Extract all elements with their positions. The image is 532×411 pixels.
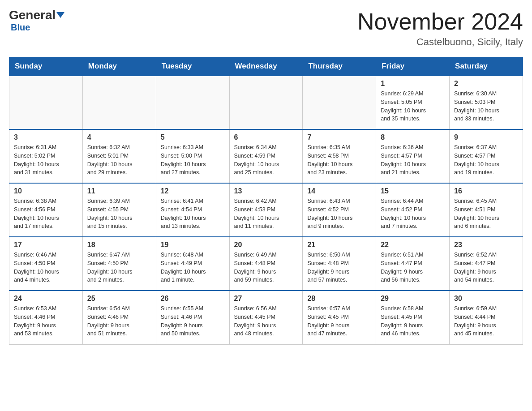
day-number: 24 [14,295,78,303]
calendar-cell: 24Sunrise: 6:53 AMSunset: 4:46 PMDayligh… [9,291,83,344]
day-number: 30 [454,295,518,303]
logo-general: General [9,9,64,21]
day-number: 12 [161,187,225,195]
calendar-cell: 18Sunrise: 6:47 AMSunset: 4:50 PMDayligh… [82,237,156,291]
calendar-cell: 8Sunrise: 6:36 AMSunset: 4:57 PMDaylight… [376,129,450,183]
day-number: 6 [234,133,298,141]
calendar-cell: 7Sunrise: 6:35 AMSunset: 4:58 PMDaylight… [303,129,376,183]
calendar-cell [303,76,376,129]
day-info: Sunrise: 6:32 AMSunset: 5:01 PMDaylight:… [87,143,151,177]
day-number: 27 [234,295,298,303]
calendar-cell: 25Sunrise: 6:54 AMSunset: 4:46 PMDayligh… [82,291,156,344]
calendar-cell: 5Sunrise: 6:33 AMSunset: 5:00 PMDaylight… [156,129,229,183]
calendar-cell: 9Sunrise: 6:37 AMSunset: 4:57 PMDaylight… [450,129,523,183]
day-number: 23 [454,241,518,249]
calendar-header-saturday: Saturday [450,57,523,76]
day-info: Sunrise: 6:30 AMSunset: 5:03 PMDaylight:… [454,90,518,123]
day-number: 29 [381,295,445,303]
calendar-header-friday: Friday [376,57,450,76]
day-info: Sunrise: 6:52 AMSunset: 4:47 PMDaylight:… [454,251,518,284]
logo: General Blue [9,9,64,33]
day-info: Sunrise: 6:58 AMSunset: 4:45 PMDaylight:… [381,304,445,338]
calendar-cell: 22Sunrise: 6:51 AMSunset: 4:47 PMDayligh… [376,237,450,291]
calendar-header-row: SundayMondayTuesdayWednesdayThursdayFrid… [9,57,523,76]
calendar-week-row: 3Sunrise: 6:31 AMSunset: 5:02 PMDaylight… [9,129,523,183]
day-number: 4 [87,133,151,141]
calendar-cell: 11Sunrise: 6:39 AMSunset: 4:55 PMDayligh… [82,183,156,237]
day-number: 21 [307,241,371,249]
calendar-cell: 13Sunrise: 6:42 AMSunset: 4:53 PMDayligh… [229,183,303,237]
day-info: Sunrise: 6:45 AMSunset: 4:51 PMDaylight:… [454,197,518,231]
calendar-cell: 21Sunrise: 6:50 AMSunset: 4:48 PMDayligh… [303,237,376,291]
calendar-week-row: 1Sunrise: 6:29 AMSunset: 5:05 PMDaylight… [9,76,523,129]
day-number: 16 [454,187,518,195]
day-info: Sunrise: 6:57 AMSunset: 4:45 PMDaylight:… [307,304,371,338]
day-number: 13 [234,187,298,195]
day-info: Sunrise: 6:44 AMSunset: 4:52 PMDaylight:… [381,197,445,231]
calendar-header-sunday: Sunday [9,57,83,76]
day-number: 10 [14,187,78,195]
day-number: 3 [14,133,78,141]
day-info: Sunrise: 6:46 AMSunset: 4:50 PMDaylight:… [14,251,78,284]
day-info: Sunrise: 6:43 AMSunset: 4:52 PMDaylight:… [307,197,371,231]
day-info: Sunrise: 6:38 AMSunset: 4:56 PMDaylight:… [14,197,78,231]
calendar-cell: 3Sunrise: 6:31 AMSunset: 5:02 PMDaylight… [9,129,83,183]
calendar-cell: 15Sunrise: 6:44 AMSunset: 4:52 PMDayligh… [376,183,450,237]
day-info: Sunrise: 6:42 AMSunset: 4:53 PMDaylight:… [234,197,298,231]
calendar-cell: 16Sunrise: 6:45 AMSunset: 4:51 PMDayligh… [450,183,523,237]
day-number: 22 [381,241,445,249]
day-info: Sunrise: 6:54 AMSunset: 4:46 PMDaylight:… [87,304,151,338]
day-number: 20 [234,241,298,249]
day-number: 11 [87,187,151,195]
day-info: Sunrise: 6:47 AMSunset: 4:50 PMDaylight:… [87,251,151,284]
day-number: 9 [454,133,518,141]
calendar-cell: 14Sunrise: 6:43 AMSunset: 4:52 PMDayligh… [303,183,376,237]
day-number: 8 [381,133,445,141]
calendar-cell: 28Sunrise: 6:57 AMSunset: 4:45 PMDayligh… [303,291,376,344]
logo-blue-text: Blue [9,22,30,33]
title-block: November 2024 Castelbuono, Sicily, Italy [357,9,523,48]
calendar-header-wednesday: Wednesday [229,57,303,76]
day-info: Sunrise: 6:37 AMSunset: 4:57 PMDaylight:… [454,143,518,177]
calendar-cell: 26Sunrise: 6:55 AMSunset: 4:46 PMDayligh… [156,291,229,344]
calendar-cell [82,76,156,129]
calendar-week-row: 24Sunrise: 6:53 AMSunset: 4:46 PMDayligh… [9,291,523,344]
calendar-cell: 17Sunrise: 6:46 AMSunset: 4:50 PMDayligh… [9,237,83,291]
calendar-cell: 23Sunrise: 6:52 AMSunset: 4:47 PMDayligh… [450,237,523,291]
day-info: Sunrise: 6:34 AMSunset: 4:59 PMDaylight:… [234,143,298,177]
day-number: 25 [87,295,151,303]
day-info: Sunrise: 6:49 AMSunset: 4:48 PMDaylight:… [234,251,298,284]
day-info: Sunrise: 6:59 AMSunset: 4:44 PMDaylight:… [454,304,518,338]
day-number: 7 [307,133,371,141]
calendar-cell: 27Sunrise: 6:56 AMSunset: 4:45 PMDayligh… [229,291,303,344]
day-info: Sunrise: 6:53 AMSunset: 4:46 PMDaylight:… [14,304,78,338]
calendar-cell: 1Sunrise: 6:29 AMSunset: 5:05 PMDaylight… [376,76,450,129]
calendar-week-row: 17Sunrise: 6:46 AMSunset: 4:50 PMDayligh… [9,237,523,291]
calendar-cell: 4Sunrise: 6:32 AMSunset: 5:01 PMDaylight… [82,129,156,183]
calendar-cell: 12Sunrise: 6:41 AMSunset: 4:54 PMDayligh… [156,183,229,237]
day-number: 28 [307,295,371,303]
day-number: 17 [14,241,78,249]
day-info: Sunrise: 6:29 AMSunset: 5:05 PMDaylight:… [381,90,445,123]
day-info: Sunrise: 6:56 AMSunset: 4:45 PMDaylight:… [234,304,298,338]
day-info: Sunrise: 6:31 AMSunset: 5:02 PMDaylight:… [14,143,78,177]
day-info: Sunrise: 6:33 AMSunset: 5:00 PMDaylight:… [161,143,225,177]
day-info: Sunrise: 6:41 AMSunset: 4:54 PMDaylight:… [161,197,225,231]
day-info: Sunrise: 6:50 AMSunset: 4:48 PMDaylight:… [307,251,371,284]
page-header: General Blue November 2024 Castelbuono, … [9,9,523,48]
calendar-cell: 19Sunrise: 6:48 AMSunset: 4:49 PMDayligh… [156,237,229,291]
month-title: November 2024 [357,9,523,34]
day-info: Sunrise: 6:39 AMSunset: 4:55 PMDaylight:… [87,197,151,231]
calendar-cell [229,76,303,129]
day-number: 2 [454,80,518,88]
calendar-header-tuesday: Tuesday [156,57,229,76]
calendar-header-thursday: Thursday [303,57,376,76]
location-title: Castelbuono, Sicily, Italy [357,36,523,48]
calendar-cell: 30Sunrise: 6:59 AMSunset: 4:44 PMDayligh… [450,291,523,344]
calendar-cell: 2Sunrise: 6:30 AMSunset: 5:03 PMDaylight… [450,76,523,129]
calendar-cell [156,76,229,129]
calendar-header-monday: Monday [82,57,156,76]
calendar-cell: 20Sunrise: 6:49 AMSunset: 4:48 PMDayligh… [229,237,303,291]
day-info: Sunrise: 6:51 AMSunset: 4:47 PMDaylight:… [381,251,445,284]
day-number: 1 [381,80,445,88]
